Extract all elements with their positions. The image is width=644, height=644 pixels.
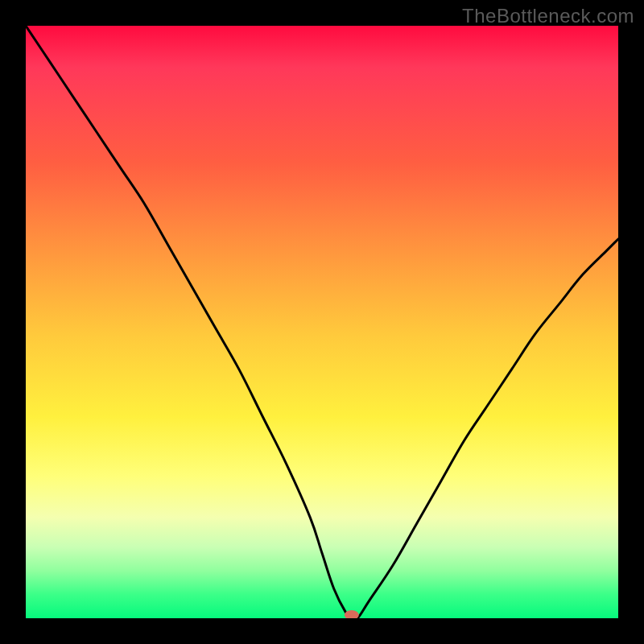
chart-frame: TheBottleneck.com: [0, 0, 644, 644]
plot-area: [26, 26, 618, 618]
bottleneck-curve: [26, 26, 618, 618]
curve-layer: [26, 26, 618, 618]
watermark-text: TheBottleneck.com: [462, 5, 634, 27]
